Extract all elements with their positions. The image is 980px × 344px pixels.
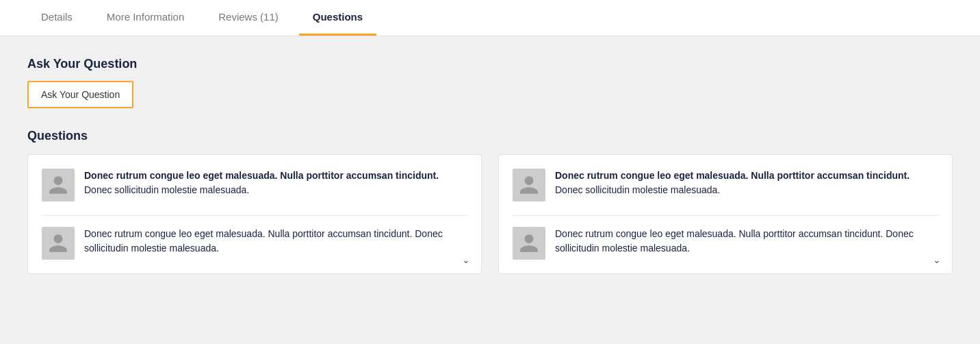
question-text-2-2: Donec rutrum congue leo eget malesuada. … bbox=[555, 227, 938, 256]
question-card-2: Donec rutrum congue leo eget malesuada. … bbox=[498, 154, 953, 274]
question-text-1-1: Donec rutrum congue leo eget malesuada. … bbox=[84, 169, 467, 197]
question-entry-1-1: Donec rutrum congue leo eget malesuada. … bbox=[42, 169, 467, 201]
divider bbox=[513, 215, 938, 216]
ask-question-section: Ask Your Question Ask Your Question bbox=[27, 57, 953, 129]
ask-question-title: Ask Your Question bbox=[27, 57, 953, 71]
avatar bbox=[42, 227, 75, 260]
tabs-navigation: Details More Information Reviews (11) Qu… bbox=[0, 0, 980, 36]
tab-details[interactable]: Details bbox=[27, 0, 86, 36]
question-entry-2-1: Donec rutrum congue leo eget malesuada. … bbox=[513, 169, 938, 201]
chevron-down-icon[interactable]: ⌄ bbox=[933, 254, 941, 265]
divider bbox=[42, 215, 467, 216]
questions-section: Questions Donec rutrum congue leo eget m… bbox=[27, 129, 953, 274]
chevron-down-icon[interactable]: ⌄ bbox=[462, 254, 470, 265]
main-content: Ask Your Question Ask Your Question Ques… bbox=[0, 36, 980, 295]
tab-more-information[interactable]: More Information bbox=[93, 0, 198, 36]
question-card-1: Donec rutrum congue leo eget malesuada. … bbox=[27, 154, 482, 274]
avatar bbox=[513, 227, 545, 260]
tab-reviews[interactable]: Reviews (11) bbox=[205, 0, 292, 36]
avatar bbox=[513, 169, 545, 201]
question-entry-2-2: Donec rutrum congue leo eget malesuada. … bbox=[513, 227, 938, 260]
ask-question-button[interactable]: Ask Your Question bbox=[27, 81, 133, 108]
question-text-2-1: Donec rutrum congue leo eget malesuada. … bbox=[555, 169, 938, 197]
question-text-1-2: Donec rutrum congue leo eget malesuada. … bbox=[84, 227, 467, 256]
question-entry-1-2: Donec rutrum congue leo eget malesuada. … bbox=[42, 227, 467, 260]
tab-questions[interactable]: Questions bbox=[299, 0, 376, 36]
questions-title: Questions bbox=[27, 129, 953, 143]
questions-grid: Donec rutrum congue leo eget malesuada. … bbox=[27, 154, 953, 274]
avatar bbox=[42, 169, 75, 201]
